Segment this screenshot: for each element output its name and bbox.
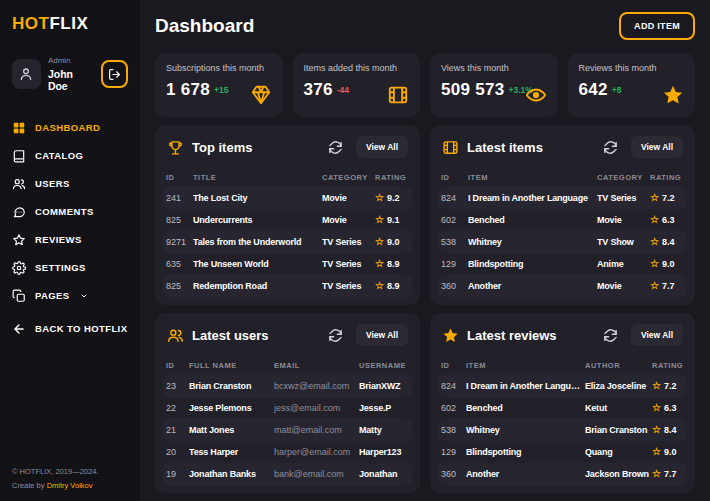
user-role: Admin	[48, 56, 94, 66]
column-header: ID	[441, 361, 463, 370]
sidebar-item-label: COMMENTS	[35, 206, 94, 217]
panel-top-items: Top items View All IDTITLECATEGORYRATING…	[155, 125, 420, 305]
table-row: 23Brian Cranstonbcxwz@email.comBrianXWZ	[163, 375, 412, 397]
star-icon: ☆	[650, 259, 659, 269]
table-cell-rating: ☆9.0	[652, 447, 684, 457]
person-icon	[18, 66, 34, 82]
table-cell-title: Another	[468, 281, 594, 291]
refresh-button[interactable]	[603, 140, 618, 155]
add-item-button[interactable]: ADD ITEM	[619, 12, 695, 40]
table-row: 20Tess Harperharper@email.comHarper123	[163, 441, 412, 463]
view-all-button[interactable]: View All	[631, 324, 683, 346]
table-cell-id: 9271	[166, 237, 190, 247]
table-cell-id: 21	[166, 425, 186, 435]
table-cell-id: 538	[441, 237, 465, 247]
stat-label: Items added this month	[304, 63, 410, 73]
stat-value: 1 678	[166, 80, 210, 100]
table-cell-rating: ☆8.9	[375, 281, 409, 291]
table-cell-id: 602	[441, 403, 463, 413]
panel-title: Latest reviews	[467, 328, 595, 343]
refresh-icon	[603, 328, 618, 343]
refresh-button[interactable]	[328, 140, 343, 155]
star-icon: ☆	[375, 281, 384, 291]
column-header: ID	[166, 173, 190, 182]
refresh-button[interactable]	[328, 328, 343, 343]
app-window: HOTFLIX Admin John Doe DASHBOARD CATALOG	[0, 0, 710, 501]
table-cell-rating: ☆9.0	[650, 259, 684, 269]
table-cell-cat: Movie	[597, 281, 647, 291]
star-icon: ☆	[375, 259, 384, 269]
sidebar-item-label: PAGES	[35, 290, 70, 301]
table-cell-title: Another	[466, 469, 582, 479]
table-cell-id: 23	[166, 381, 186, 391]
table-cell-rating: ☆7.7	[652, 469, 684, 479]
user-name: John Doe	[48, 68, 94, 93]
stats-row: Subscriptions this month 1 678+15 Items …	[155, 53, 695, 117]
logout-button[interactable]	[101, 60, 128, 88]
column-header: ITEM	[468, 173, 594, 182]
avatar	[12, 59, 41, 89]
table-cell-id: 19	[166, 469, 186, 479]
table-row: 538WhitneyTV Show☆8.4	[438, 231, 687, 253]
table-cell-muted: bank@email.com	[274, 469, 356, 479]
table-row: 825UndercurrentsMovie☆9.1	[163, 209, 412, 231]
table-cell-title: BrianXWZ	[359, 381, 409, 391]
panel-latest-items: Latest items View All IDITEMCATEGORYRATI…	[430, 125, 695, 305]
column-header: CATEGORY	[322, 173, 372, 182]
table-cell-rating: ☆8.4	[652, 425, 684, 435]
stat-card-views: Views this month 509 573+3.1%	[430, 53, 558, 117]
table-cell-rating: ☆9.2	[375, 193, 409, 203]
sidebar-item-users[interactable]: USERS	[12, 175, 128, 193]
film-icon	[442, 139, 459, 156]
sidebar-item-label: USERS	[35, 178, 70, 189]
sidebar-item-pages[interactable]: PAGES	[12, 287, 128, 305]
table-cell-title: Whitney	[466, 425, 582, 435]
table-cell-cat: Eliza Josceline	[585, 381, 649, 391]
table-cell-id: 635	[166, 259, 190, 269]
table-row: 129BlindspottingQuang☆9.0	[438, 441, 687, 463]
star-icon: ☆	[650, 193, 659, 203]
stat-label: Reviews this month	[579, 63, 685, 73]
star-icon: ☆	[652, 469, 661, 479]
table-cell-title: Benched	[468, 215, 594, 225]
column-header: TITLE	[193, 173, 319, 182]
table-cell-title: Jonathan Banks	[189, 469, 271, 479]
table-row: 824I Dream in Another LanguageTV Series☆…	[438, 187, 687, 209]
table-cell-muted: matt@email.com	[274, 425, 356, 435]
table-cell-title: Benched	[466, 403, 582, 413]
sidebar-item-back-to-hotflix[interactable]: BACK TO HOTFLIX	[12, 320, 128, 338]
table-cell-cat: Movie	[322, 193, 372, 203]
view-all-button[interactable]: View All	[356, 324, 408, 346]
main-content: Dashboard ADD ITEM Subscriptions this mo…	[140, 0, 710, 501]
table-cell-rating: ☆8.9	[375, 259, 409, 269]
star-icon: ☆	[652, 447, 661, 457]
table-cell-muted: harper@email.com	[274, 447, 356, 457]
table-row: 129BlindspottingAnime☆9.0	[438, 253, 687, 275]
view-all-button[interactable]: View All	[356, 136, 408, 158]
table-cell-id: 538	[441, 425, 463, 435]
sidebar-item-dashboard[interactable]: DASHBOARD	[12, 119, 128, 137]
sidebar-item-settings[interactable]: SETTINGS	[12, 259, 128, 277]
stat-delta: +15	[214, 85, 228, 95]
sidebar-item-reviews[interactable]: REVIEWS	[12, 231, 128, 249]
view-all-button[interactable]: View All	[631, 136, 683, 158]
table-cell-title: Blindspotting	[466, 447, 582, 457]
sidebar-item-catalog[interactable]: CATALOG	[12, 147, 128, 165]
panel-title: Latest items	[467, 140, 595, 155]
table-cell-title: Undercurrents	[193, 215, 319, 225]
column-header: EMAIL	[274, 361, 356, 370]
column-header: FULL NAME	[189, 361, 271, 370]
table-cell-id: 360	[441, 469, 463, 479]
logo[interactable]: HOTFLIX	[12, 14, 128, 34]
refresh-button[interactable]	[603, 328, 618, 343]
star-icon	[442, 327, 459, 344]
table-cell-rating: ☆7.2	[650, 193, 684, 203]
sidebar-item-comments[interactable]: COMMENTS	[12, 203, 128, 221]
book-icon	[12, 149, 26, 163]
user-card: Admin John Doe	[12, 56, 128, 93]
column-header: AUTHOR	[585, 361, 649, 370]
column-header: ID	[441, 173, 465, 182]
sidebar-menu: DASHBOARD CATALOG USERS COMMENTS REVIEWS…	[12, 119, 128, 305]
stat-card-items-added: Items added this month 376-44	[293, 53, 421, 117]
author-link[interactable]: Dmitry Volkov	[47, 481, 93, 490]
